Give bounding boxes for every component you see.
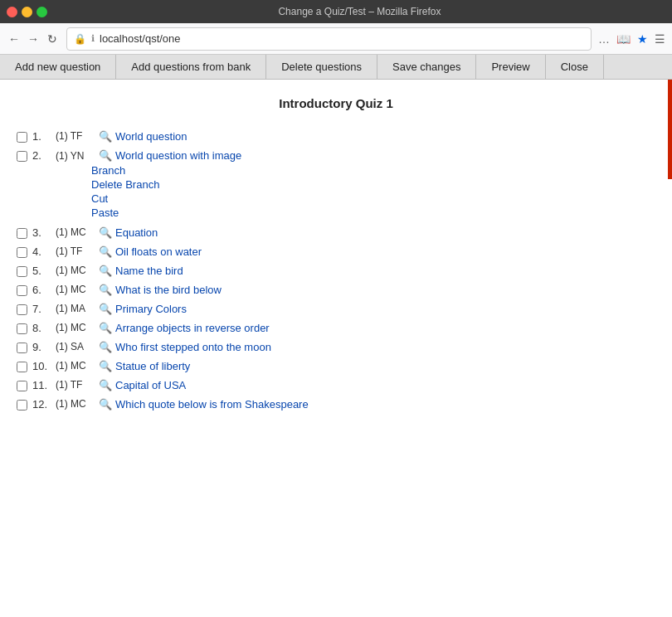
question-2-type: (1) YN	[56, 150, 99, 162]
question-6-search-icon[interactable]: 🔍	[99, 284, 112, 296]
preview-button[interactable]: Preview	[476, 55, 545, 79]
question-8-link[interactable]: Arrange objects in reverse order	[115, 322, 270, 334]
question-10-checkbox[interactable]	[17, 362, 27, 372]
question-7-checkbox[interactable]	[17, 304, 27, 315]
question-2-number: 2.	[32, 149, 56, 162]
list-item: 2. (1) YN 🔍 World question with image Br…	[17, 146, 655, 223]
title-bar: Change a Quiz/Test – Mozilla Firefox	[0, 0, 672, 23]
url-input-container[interactable]: 🔒 ℹ localhost/qst/one	[66, 27, 592, 51]
question-12-link[interactable]: Which quote below is from Shakespeare	[115, 398, 309, 411]
question-6-checkbox[interactable]	[17, 285, 27, 296]
context-delete-branch[interactable]: Delete Branch	[91, 177, 159, 192]
list-item: 6. (1) MC 🔍 What is the bird below	[17, 280, 655, 299]
question-6-type: (1) MC	[56, 284, 99, 295]
question-10-number: 10.	[32, 360, 56, 372]
question-3-type: (1) MC	[56, 226, 99, 238]
question-11-search-icon[interactable]: 🔍	[99, 379, 112, 391]
question-3-checkbox[interactable]	[17, 228, 27, 239]
question-3-number: 3.	[32, 226, 56, 239]
question-5-checkbox[interactable]	[17, 266, 27, 277]
list-item: 3. (1) MC 🔍 Equation	[17, 223, 655, 242]
add-new-question-button[interactable]: Add new question	[0, 55, 116, 79]
url-bar: ← → ↻ 🔒 ℹ localhost/qst/one … 📖 ★ ☰	[0, 23, 672, 55]
question-2-search-icon[interactable]: 🔍	[99, 149, 112, 162]
list-item: 8. (1) MC 🔍 Arrange objects in reverse o…	[17, 318, 655, 338]
question-11-type: (1) TF	[56, 379, 99, 391]
quiz-title: Introductory Quiz 1	[17, 96, 655, 110]
url-display[interactable]: localhost/qst/one	[100, 32, 584, 45]
question-6-link[interactable]: What is the bird below	[115, 284, 222, 296]
question-7-number: 7.	[32, 303, 56, 315]
close-button[interactable]: Close	[546, 55, 604, 79]
question-7-type: (1) MA	[56, 303, 99, 314]
window-close-button[interactable]	[7, 7, 17, 17]
question-4-link[interactable]: Oil floats on water	[115, 245, 202, 258]
question-10-search-icon[interactable]: 🔍	[99, 360, 112, 372]
question-2-link[interactable]: World question with image	[115, 149, 241, 162]
question-4-type: (1) TF	[56, 245, 99, 257]
list-item: 5. (1) MC 🔍 Name the bird	[17, 261, 655, 280]
window-maximize-button[interactable]	[37, 7, 47, 17]
question-9-number: 9.	[32, 341, 56, 353]
ellipsis-icon[interactable]: …	[598, 32, 610, 46]
question-6-number: 6.	[32, 284, 56, 296]
question-1-checkbox[interactable]	[17, 132, 27, 143]
question-7-link[interactable]: Primary Colors	[115, 303, 187, 315]
question-2-checkbox[interactable]	[17, 151, 27, 162]
question-1-type: (1) TF	[56, 130, 99, 142]
context-cut[interactable]: Cut	[91, 192, 159, 206]
window-controls	[7, 7, 47, 17]
question-list: 1. (1) TF 🔍 World question 2. (1) YN 🔍 W…	[17, 127, 655, 414]
question-1-search-icon[interactable]: 🔍	[99, 130, 112, 143]
question-4-checkbox[interactable]	[17, 247, 27, 258]
question-11-number: 11.	[32, 379, 56, 391]
reload-icon[interactable]: ↻	[45, 32, 60, 46]
list-item: 4. (1) TF 🔍 Oil floats on water	[17, 242, 655, 261]
question-3-link[interactable]: Equation	[115, 226, 158, 239]
list-item: 12. (1) MC 🔍 Which quote below is from S…	[17, 395, 655, 414]
back-icon[interactable]: ←	[7, 32, 22, 46]
quiz-toolbar: Add new question Add questions from bank…	[0, 55, 672, 80]
question-4-search-icon[interactable]: 🔍	[99, 245, 112, 258]
question-3-search-icon[interactable]: 🔍	[99, 226, 112, 239]
question-12-number: 12.	[32, 398, 56, 411]
window-title: Change a Quiz/Test – Mozilla Firefox	[54, 6, 665, 17]
info-icon: ℹ	[91, 33, 95, 44]
question-8-search-icon[interactable]: 🔍	[99, 322, 112, 334]
question-11-checkbox[interactable]	[17, 381, 27, 391]
question-7-search-icon[interactable]: 🔍	[99, 303, 112, 315]
question-1-number: 1.	[32, 130, 56, 143]
question-9-search-icon[interactable]: 🔍	[99, 341, 112, 353]
accent-bar	[668, 80, 672, 179]
question-4-number: 4.	[32, 245, 56, 258]
context-menu: Branch Delete Branch Cut Paste	[91, 163, 159, 220]
question-5-link[interactable]: Name the bird	[115, 265, 183, 277]
context-branch[interactable]: Branch	[91, 163, 159, 177]
list-item: 1. (1) TF 🔍 World question	[17, 127, 655, 146]
question-11-link[interactable]: Capital of USA	[115, 379, 186, 391]
context-paste[interactable]: Paste	[91, 206, 159, 220]
question-10-link[interactable]: Statue of liberty	[115, 360, 190, 372]
question-1-link[interactable]: World question	[115, 130, 187, 143]
list-item: 11. (1) TF 🔍 Capital of USA	[17, 376, 655, 395]
question-8-checkbox[interactable]	[17, 323, 27, 334]
menu-icon[interactable]: ☰	[655, 32, 665, 46]
question-12-type: (1) MC	[56, 398, 99, 410]
url-right-icons: … 📖 ★ ☰	[598, 32, 665, 46]
bookmark-icon[interactable]: ★	[637, 32, 648, 46]
list-item: 10. (1) MC 🔍 Statue of liberty	[17, 357, 655, 376]
save-changes-button[interactable]: Save changes	[377, 55, 476, 79]
nav-icons: ← → ↻	[7, 32, 60, 46]
list-item: 7. (1) MA 🔍 Primary Colors	[17, 299, 655, 318]
shield-icon: 🔒	[74, 33, 86, 45]
delete-questions-button[interactable]: Delete questions	[266, 55, 377, 79]
question-9-link[interactable]: Who first stepped onto the moon	[115, 341, 271, 353]
question-12-checkbox[interactable]	[17, 400, 27, 411]
reader-mode-icon[interactable]: 📖	[616, 32, 631, 46]
add-questions-from-bank-button[interactable]: Add questions from bank	[116, 55, 266, 79]
window-minimize-button[interactable]	[22, 7, 32, 17]
question-12-search-icon[interactable]: 🔍	[99, 398, 112, 411]
forward-icon[interactable]: →	[26, 32, 41, 46]
question-9-checkbox[interactable]	[17, 343, 27, 353]
question-5-search-icon[interactable]: 🔍	[99, 265, 112, 277]
